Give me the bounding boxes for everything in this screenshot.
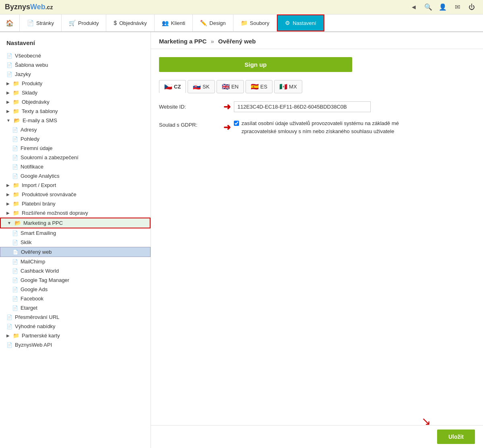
- sidebar-item-facebook[interactable]: 📄 Facebook: [0, 294, 151, 303]
- signup-button[interactable]: Sign up: [159, 57, 352, 72]
- sidebar-item-platebni[interactable]: ▶ 📁 Platební brány: [0, 199, 151, 208]
- gdpr-text: zasílat osobní údaje uživatelů provozova…: [242, 119, 419, 135]
- sidebar-item-smart-emailing[interactable]: 📄 Smart Emailing: [0, 228, 151, 238]
- sidebar-item-pohledy[interactable]: 📄 Pohledy: [0, 134, 151, 144]
- folder-icon: 📂: [14, 117, 20, 123]
- sidebar-item-mailchimp[interactable]: 📄 MailChimp: [0, 257, 151, 266]
- nav-nastaveni[interactable]: ⚙ Nastavení: [277, 14, 324, 31]
- sidebar-label-presmerovani: Přesměrování URL: [15, 314, 60, 320]
- sidebar-item-cashback[interactable]: 📄 Cashback World: [0, 266, 151, 275]
- lang-tab-en[interactable]: 🇬🇧 EN: [217, 80, 244, 93]
- back-button[interactable]: ◄: [407, 1, 420, 14]
- expand-icon: ▶: [6, 90, 10, 95]
- user-button[interactable]: 👤: [436, 1, 449, 14]
- sidebar-item-vyhodne[interactable]: 📄 Výhodné nabídky: [0, 322, 151, 331]
- search-button[interactable]: 🔍: [422, 1, 435, 14]
- nav-soubory-label: Soubory: [250, 20, 269, 26]
- sidebar-item-sklik[interactable]: 📄 Sklik: [0, 238, 151, 247]
- expand-icon: ▶: [6, 333, 10, 338]
- sidebar-item-objednavky[interactable]: ▶ 📁 Objednávky: [0, 97, 151, 107]
- sidebar-item-overeny-web[interactable]: 📄 Ověřený web: [0, 247, 151, 257]
- sidebar-label-mailchimp: MailChimp: [21, 259, 45, 265]
- expand-icon: ▶: [6, 201, 10, 206]
- gdpr-label: Soulad s GDPR:: [159, 119, 215, 128]
- sidebar-item-adresy[interactable]: 📄 Adresy: [0, 125, 151, 134]
- lang-tab-mx[interactable]: 🇲🇽 MX: [274, 80, 302, 93]
- sidebar-label-smart-emailing: Smart Emailing: [21, 230, 56, 236]
- sidebar: Nastavení 📄 Všeobecné 📄 Šablona webu 📄 J…: [0, 32, 151, 448]
- sidebar-label-api: ByznysWeb API: [15, 342, 52, 348]
- lang-label-es: ES: [260, 84, 267, 90]
- sidebar-label-produktove: Produktové srovnávače: [22, 191, 76, 197]
- sidebar-label-vseobecne: Všeobecné: [15, 53, 41, 59]
- folder-icon: 📁: [13, 333, 19, 339]
- file-icon: 📄: [12, 268, 18, 274]
- folder-icon: 📁: [13, 182, 19, 188]
- sidebar-item-marketing[interactable]: ▼ 📂 Marketing a PPC: [0, 218, 151, 228]
- sidebar-item-google-analytics[interactable]: 📄 Google Analytics: [0, 171, 151, 181]
- layout: Nastavení 📄 Všeobecné 📄 Šablona webu 📄 J…: [0, 32, 483, 448]
- flag-sk: 🇸🇰: [193, 83, 201, 90]
- nav-design[interactable]: ✏️ Design: [193, 14, 233, 31]
- nav-produkty-label: Produkty: [78, 20, 99, 26]
- sidebar-label-google-analytics: Google Analytics: [21, 173, 60, 179]
- sidebar-item-partnerske[interactable]: ▶ 📁 Partnerské karty: [0, 331, 151, 340]
- lang-tab-sk[interactable]: 🇸🇰 SK: [188, 80, 215, 93]
- lang-tab-es[interactable]: 🇪🇸 ES: [246, 80, 272, 93]
- nav-soubory[interactable]: 📁 Soubory: [233, 14, 277, 31]
- sidebar-item-rozsirene[interactable]: ▶ 📁 Rozšířené možnosti dopravy: [0, 208, 151, 218]
- sidebar-item-sablona[interactable]: 📄 Šablona webu: [0, 60, 151, 70]
- folder-icon: 📁: [13, 210, 19, 216]
- sidebar-item-google-ads[interactable]: 📄 Google Ads: [0, 285, 151, 294]
- sidebar-item-gtm[interactable]: 📄 Google Tag Manager: [0, 275, 151, 285]
- save-button[interactable]: Uložit: [437, 430, 475, 444]
- nav-objednavky-label: Objednávky: [119, 20, 147, 26]
- expand-icon: ▶: [6, 192, 10, 197]
- sidebar-label-emaily: E-maily a SMS: [23, 117, 57, 123]
- sidebar-item-emaily[interactable]: ▼ 📂 E-maily a SMS: [0, 116, 151, 125]
- lang-label-mx: MX: [289, 84, 297, 90]
- sidebar-item-texty[interactable]: ▶ 📁 Texty a šablony: [0, 107, 151, 116]
- top-bar: ByznysWeb.cz ◄ 🔍 👤 ✉ ⏻: [0, 0, 483, 14]
- sidebar-item-produktove[interactable]: ▶ 📁 Produktové srovnávače: [0, 190, 151, 199]
- nav-produkty[interactable]: 🛒 Produkty: [62, 14, 106, 31]
- sidebar-item-produkty[interactable]: ▶ 📁 Produkty: [0, 79, 151, 88]
- sidebar-title: Nastavení: [0, 36, 151, 51]
- flag-en: 🇬🇧: [222, 83, 230, 90]
- logo-byznys: Byznys: [5, 3, 30, 11]
- nav-klienti[interactable]: 👥 Klienti: [155, 14, 193, 31]
- sidebar-item-notifikace[interactable]: 📄 Notifikace: [0, 162, 151, 171]
- mail-button[interactable]: ✉: [451, 1, 464, 14]
- sidebar-label-sablona: Šablona webu: [15, 62, 48, 68]
- expand-icon: ▶: [6, 100, 10, 104]
- sidebar-label-sklik: Sklik: [21, 239, 31, 245]
- sidebar-item-soukromi[interactable]: 📄 Soukromí a zabezpečení: [0, 153, 151, 162]
- sidebar-label-firemni: Firemní údaje: [21, 145, 52, 151]
- sidebar-label-texty: Texty a šablony: [22, 108, 58, 114]
- gdpr-content: zasílat osobní údaje uživatelů provozova…: [234, 119, 419, 135]
- sidebar-item-import[interactable]: ▶ 📁 Import / Export: [0, 181, 151, 190]
- lang-tab-cz[interactable]: 🇨🇿 CZ: [159, 80, 186, 93]
- sidebar-item-etarget[interactable]: 📄 Etarget: [0, 303, 151, 312]
- sidebar-item-presmerovani[interactable]: 📄 Přesměrování URL: [0, 312, 151, 322]
- sidebar-item-firemni[interactable]: 📄 Firemní údaje: [0, 144, 151, 153]
- file-icon: 📄: [12, 155, 18, 160]
- sidebar-item-vseobecne[interactable]: 📄 Všeobecné: [0, 51, 151, 60]
- website-id-input[interactable]: [234, 101, 371, 112]
- logo: ByznysWeb.cz: [5, 3, 53, 11]
- nav-home[interactable]: 🏠: [0, 14, 20, 31]
- sidebar-item-api[interactable]: 📄 ByznysWeb API: [0, 340, 151, 349]
- nav-stranky[interactable]: 📄 Stránky: [20, 14, 62, 31]
- sidebar-label-objednavky: Objednávky: [22, 99, 50, 105]
- soubory-icon: 📁: [241, 20, 248, 26]
- sidebar-item-sklady[interactable]: ▶ 📁 Sklady: [0, 88, 151, 97]
- expand-icon: ▶: [6, 211, 10, 215]
- nav-objednavky[interactable]: $ Objednávky: [106, 14, 154, 31]
- power-button[interactable]: ⏻: [465, 1, 478, 14]
- gdpr-checkbox[interactable]: [234, 121, 239, 126]
- bottom-bar: Uložit: [151, 425, 483, 448]
- sidebar-label-marketing: Marketing a PPC: [23, 220, 63, 226]
- file-icon: 📄: [6, 342, 12, 348]
- sidebar-item-jazyky[interactable]: 📄 Jazyky: [0, 70, 151, 79]
- sidebar-label-import: Import / Export: [22, 182, 56, 188]
